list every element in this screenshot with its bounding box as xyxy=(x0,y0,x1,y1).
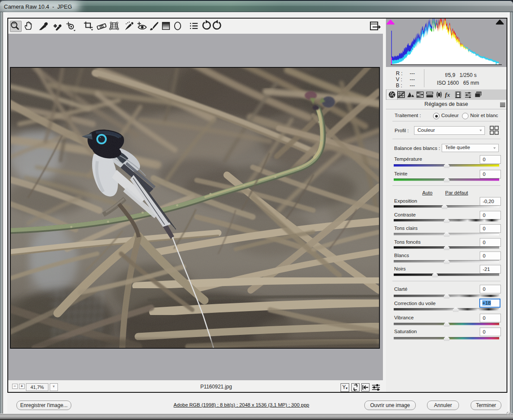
svg-text:fx: fx xyxy=(445,92,450,99)
